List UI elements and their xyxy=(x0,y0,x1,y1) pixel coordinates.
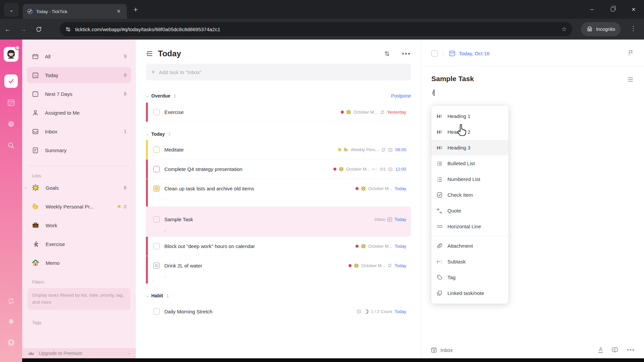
upgrade-premium-banner[interactable]: Upgrade to Premium › xyxy=(22,348,136,358)
rail-sync-button[interactable] xyxy=(4,294,18,308)
sidebar-list-memo[interactable]: Memo xyxy=(27,255,131,271)
habit-checkbox[interactable] xyxy=(153,308,160,315)
note-icon[interactable] xyxy=(153,185,160,192)
section-today[interactable]: ⌄ Today 7 xyxy=(146,130,411,138)
menu-item-tag[interactable]: Tag xyxy=(431,269,508,285)
sidebar-item-summary[interactable]: Summary xyxy=(27,142,131,158)
add-task-input[interactable]: + Add task to "Inbox" xyxy=(146,64,411,80)
browser-tab[interactable]: Today - TickTick ✕ xyxy=(23,4,127,19)
sidebar-item-inbox[interactable]: Inbox 1 xyxy=(27,123,131,139)
task-checkbox[interactable] xyxy=(153,166,160,172)
tab-close-icon[interactable]: ✕ xyxy=(114,8,123,15)
filters-header[interactable]: Filters xyxy=(32,280,131,285)
chevron-down-icon[interactable]: ⌄ xyxy=(146,294,151,298)
collapse-sidebar-icon[interactable] xyxy=(146,50,153,57)
svg-text:?: ? xyxy=(10,340,12,345)
sidebar-item-next7days[interactable]: 7 Next 7 Days 8 xyxy=(27,86,131,102)
more-options-icon[interactable]: ••• xyxy=(402,50,411,58)
priority-flag-icon[interactable] xyxy=(628,50,634,57)
quote-icon: “„ xyxy=(437,207,447,214)
address-bar[interactable]: ticktick.com/webapp/#q/today/tasks/68f0a… xyxy=(60,22,572,36)
refresh-button[interactable] xyxy=(31,26,46,33)
menu-item-numbered-list[interactable]: 123Numbered List xyxy=(431,171,508,187)
sidebar-list-work[interactable]: Work xyxy=(27,217,131,233)
menu-item-heading3[interactable]: H3Heading 3 xyxy=(431,140,508,156)
window-close-button[interactable]: ✕ xyxy=(623,0,644,19)
bell-icon xyxy=(7,318,15,326)
section-habit[interactable]: ⌄ Habit 1 xyxy=(146,292,411,300)
rail-help-button[interactable]: ? xyxy=(4,336,18,349)
tags-header[interactable]: Tags xyxy=(32,320,131,325)
habit-row-stretch[interactable]: Daily Morning Stretch 1 / 2 Count Today xyxy=(146,302,411,321)
bookmark-star-icon[interactable]: ☆ xyxy=(561,25,567,33)
menu-item-bulleted-list[interactable]: Bulleted List xyxy=(431,156,508,171)
site-info-icon[interactable] xyxy=(65,26,71,32)
chevron-right-icon[interactable]: › xyxy=(25,185,26,190)
task-row-block[interactable]: Block out "deep work" hours on calendar … xyxy=(146,237,411,256)
menu-item-linked-task[interactable]: Linked task/note xyxy=(431,285,508,301)
house-icon xyxy=(32,259,40,267)
browser-menu-button[interactable]: ⋮ xyxy=(630,25,637,32)
detail-body[interactable]: / xyxy=(432,89,634,96)
detail-footer: Inbox A ••• xyxy=(421,343,644,357)
new-tab-button[interactable]: + xyxy=(133,5,138,14)
tab-search-button[interactable]: ⌄ xyxy=(4,3,19,17)
window-minimize-button[interactable]: – xyxy=(582,0,602,19)
lists-header[interactable]: Lists xyxy=(32,173,131,178)
detail-title[interactable]: Sample Task xyxy=(431,75,617,83)
sidebar-item-assigned[interactable]: Assigned to Me xyxy=(27,105,131,121)
task-checkbox[interactable] xyxy=(153,146,160,153)
menu-item-heading2[interactable]: H2Heading 2 xyxy=(431,124,508,140)
detail-checkbox[interactable] xyxy=(431,50,438,57)
task-checkbox[interactable] xyxy=(153,216,160,223)
menu-item-subtask[interactable]: ⊢:Subtask xyxy=(431,254,508,269)
divider xyxy=(443,50,443,57)
note-icon[interactable] xyxy=(153,262,160,269)
menu-item-heading1[interactable]: H1Heading 1 xyxy=(431,108,508,124)
sidebar-list-weekly-personal[interactable]: Weekly Personal Pr... 2 xyxy=(27,198,131,215)
move-to-list-icon xyxy=(431,347,437,353)
menu-item-check-item[interactable]: Check Item xyxy=(431,187,508,203)
task-checkbox[interactable] xyxy=(153,109,160,115)
task-row-cleanup[interactable]: Clean up task lists and archive old item… xyxy=(146,179,411,206)
sidebar-list-exercise[interactable]: Exercise xyxy=(27,236,131,252)
section-overdue[interactable]: ⌄ Overdue 1 Postpone xyxy=(146,92,411,100)
menu-item-quote[interactable]: “„Quote xyxy=(431,203,508,219)
comment-icon[interactable] xyxy=(611,347,618,353)
postpone-button[interactable]: Postpone xyxy=(391,93,411,99)
account-avatar[interactable] xyxy=(4,47,18,62)
task-due-date: Today xyxy=(394,217,406,222)
sidebar-item-today[interactable]: 16 Today 8 xyxy=(27,67,131,83)
chevron-down-icon[interactable]: ⌄ xyxy=(146,132,151,136)
expand-chevron-icon[interactable]: › xyxy=(147,167,149,172)
task-row-q4[interactable]: › Complete Q4 strategy presentation Octo… xyxy=(146,160,411,179)
task-row-meditate[interactable]: Meditate Weekly Pers... 08:00 xyxy=(146,140,411,160)
forward-button[interactable]: → xyxy=(15,25,31,33)
menu-item-label: Quote xyxy=(447,208,461,214)
more-options-icon[interactable]: ••• xyxy=(627,347,635,353)
back-button[interactable]: ← xyxy=(0,25,15,33)
rail-tasks-button[interactable] xyxy=(4,74,18,88)
task-row-exercise[interactable]: Exercise October M... Yesterday xyxy=(146,103,411,122)
menu-divider xyxy=(431,236,508,236)
sidebar-list-goals[interactable]: › Goals 6 xyxy=(27,180,131,196)
task-row-drink[interactable]: Drink 2L of water October M... Today - xyxy=(146,256,411,284)
text-format-icon[interactable]: A xyxy=(598,347,603,353)
task-checkbox[interactable] xyxy=(153,243,160,249)
sort-icon[interactable] xyxy=(384,50,390,57)
chevron-down-icon: ⌄ xyxy=(9,7,13,13)
detail-list-name[interactable]: Inbox xyxy=(440,347,598,353)
menu-item-horizontal-line[interactable]: Horizontal Line xyxy=(431,219,508,234)
window-restore-button[interactable] xyxy=(602,0,623,19)
rail-calendar-button[interactable] xyxy=(4,96,18,109)
sidebar-item-all[interactable]: All 9 xyxy=(27,48,131,64)
habit-progress-arc-icon xyxy=(364,309,369,314)
rail-notifications-button[interactable] xyxy=(4,315,18,328)
rail-search-button[interactable] xyxy=(4,139,18,152)
detail-due-date[interactable]: Today, Oct 16 xyxy=(459,51,628,56)
chevron-down-icon[interactable]: ⌄ xyxy=(146,94,151,98)
outline-icon[interactable] xyxy=(627,76,634,84)
task-row-sample-selected[interactable]: Sample Task Inbox Today / xyxy=(146,206,411,237)
menu-item-attachment[interactable]: Attachment xyxy=(431,238,508,254)
rail-pomodoro-button[interactable] xyxy=(4,117,18,131)
